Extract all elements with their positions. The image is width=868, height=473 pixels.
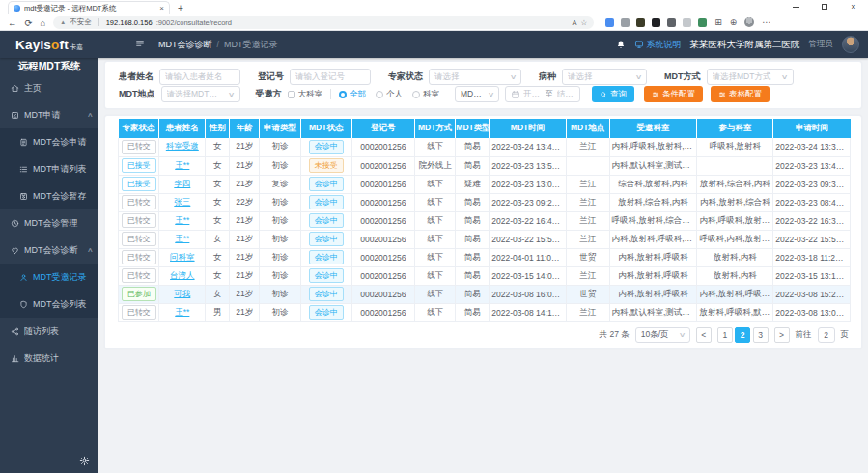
user-avatar[interactable] bbox=[842, 36, 859, 53]
browser-menu-icon[interactable]: ⋯ bbox=[762, 17, 770, 27]
reg-no-input[interactable]: 请输入登记号 bbox=[290, 69, 371, 85]
chevron-down-icon: ∨ bbox=[635, 73, 643, 81]
bigdept-checkbox-label[interactable]: 大科室 bbox=[298, 89, 323, 100]
system-help-link[interactable]: 系统说明 bbox=[634, 39, 682, 51]
mdt-location-cell: 兰江 bbox=[566, 193, 609, 211]
invitee-radio-dept-label[interactable]: 科室 bbox=[423, 89, 439, 100]
window-minimize-icon[interactable] bbox=[781, 0, 810, 14]
reload-icon[interactable]: ⟳ bbox=[25, 17, 33, 28]
column-header: 年龄 bbox=[230, 119, 260, 138]
page-button-2[interactable]: 2 bbox=[735, 327, 750, 343]
patient-name-link[interactable]: 王** bbox=[175, 160, 189, 170]
page-size-select[interactable]: 10条/页 ∨ bbox=[635, 327, 690, 343]
expert-status-select[interactable]: 请选择∨ bbox=[429, 69, 521, 85]
sidebar-item-mdt-apply-list[interactable]: MDT申请列表 bbox=[0, 155, 98, 182]
split-screen-icon[interactable]: ⊞ bbox=[714, 17, 722, 27]
window-close-icon[interactable]: × bbox=[839, 0, 868, 14]
search-button[interactable]: 查询 bbox=[592, 86, 634, 102]
patient-name-link[interactable]: 王** bbox=[175, 215, 189, 225]
back-icon[interactable]: ← bbox=[8, 17, 17, 28]
mdt-time-select[interactable]: MDT时间∨ bbox=[455, 86, 499, 102]
page-button-1[interactable]: 1 bbox=[717, 327, 733, 343]
page-button-3[interactable]: 3 bbox=[753, 327, 769, 343]
mdt-mode-cell: 院外线上 bbox=[414, 156, 455, 175]
sidebar-item-mdt-consult-draft[interactable]: MDT会诊暂存 bbox=[0, 182, 98, 209]
extension-icon-black[interactable] bbox=[652, 18, 660, 27]
window-maximize-icon[interactable] bbox=[810, 0, 839, 14]
joined-depts-cell: 内科,呼吸科,放射科,综合科 bbox=[697, 211, 773, 230]
bell-icon[interactable] bbox=[616, 40, 626, 49]
sidebar-item-mdt-consult-apply[interactable]: MDT会诊申请 bbox=[0, 128, 98, 155]
extension-icon-light[interactable] bbox=[683, 18, 691, 27]
sidebar-item-mdt-consult-manage[interactable]: MDT会诊管理 bbox=[0, 209, 98, 236]
mdt-type-cell: 疑难 bbox=[456, 175, 490, 193]
prev-page-button[interactable]: < bbox=[696, 327, 712, 343]
search-icon bbox=[600, 91, 607, 98]
new-tab-button[interactable]: + bbox=[178, 3, 183, 14]
extension-icon-blue[interactable] bbox=[605, 18, 614, 27]
disease-select[interactable]: 请选择∨ bbox=[562, 69, 647, 85]
sidebar: 远程MDT系统 主页MDT申请∧MDT会诊申请MDT申请列表MDT会诊暂存MDT… bbox=[0, 58, 98, 473]
reg-no-cell: 0002001256 bbox=[351, 248, 414, 266]
patient-name-link[interactable]: 张三 bbox=[174, 197, 190, 207]
tab-close-icon[interactable]: × bbox=[159, 5, 164, 13]
extension-icon-gray[interactable] bbox=[621, 18, 630, 27]
mdt-mode-cell: 线下 bbox=[414, 175, 455, 193]
sidebar-item-mdt-invite-record[interactable]: MDT受邀记录 bbox=[0, 264, 98, 291]
condition-config-button[interactable]: 条件配置 bbox=[644, 86, 703, 102]
browser-profile-avatar[interactable] bbox=[744, 17, 754, 27]
gender-cell: 女 bbox=[206, 285, 230, 303]
patient-name-link[interactable]: 李四 bbox=[174, 179, 190, 188]
sidebar-item-followup-list[interactable]: 随访列表 bbox=[0, 318, 98, 345]
mdt-time-cell: 2022-03-15 14:00:00 bbox=[490, 266, 567, 285]
goto-page-input[interactable]: 2 bbox=[818, 327, 835, 343]
patient-name-link[interactable]: 可我 bbox=[174, 289, 190, 298]
address-input[interactable]: ▲ 不安全 192.168.0.156 :9002/consultate/rec… bbox=[53, 16, 594, 29]
gear-icon[interactable] bbox=[79, 456, 90, 466]
invitee-radio-all-label[interactable]: 全部 bbox=[350, 89, 366, 100]
patient-name-link[interactable]: 台湾人 bbox=[170, 270, 195, 280]
favorites-star-icon[interactable]: ☆ bbox=[580, 18, 587, 27]
sidebar-item-data-stats[interactable]: 数据统计 bbox=[0, 345, 98, 372]
tab-title: mdt受邀记录 - 远程MDT系统 bbox=[24, 4, 155, 14]
mdt-type-cell: 简易 bbox=[456, 266, 490, 285]
patient-name-link[interactable]: 王** bbox=[175, 307, 189, 317]
patient-name-input[interactable]: 请输入患者姓名 bbox=[159, 69, 240, 85]
bigdept-checkbox[interactable] bbox=[288, 91, 295, 98]
sidebar-item-mdt-apply[interactable]: MDT申请∧ bbox=[0, 101, 98, 128]
gender-cell: 女 bbox=[206, 138, 230, 156]
sidebar-collapse-icon[interactable] bbox=[135, 39, 147, 50]
invitee-radio-all[interactable] bbox=[339, 91, 347, 98]
table-config-button[interactable]: 表格配置 bbox=[711, 86, 770, 102]
next-page-button[interactable]: > bbox=[774, 327, 790, 343]
table-row: 已转交问科室女21岁初诊会诊中0002001256线下简易2022-04-01 … bbox=[119, 248, 851, 266]
chevron-down-icon: ∨ bbox=[228, 91, 236, 98]
browser-home-icon[interactable]: ⌂ bbox=[40, 17, 45, 28]
mdt-location-select[interactable]: 请选择MDT地点∨ bbox=[161, 86, 240, 102]
collections-icon[interactable]: ⊕ bbox=[730, 17, 738, 27]
extension-icon-slate[interactable] bbox=[667, 18, 676, 27]
invitee-radio-personal[interactable] bbox=[376, 91, 383, 98]
mdt-mode-select[interactable]: 请选择MDT方式∨ bbox=[707, 69, 794, 85]
extension-icon-dark-yellow[interactable] bbox=[636, 18, 645, 27]
browser-address-bar: ← ⟳ ⌂ ▲ 不安全 192.168.0.156 :9002/consulta… bbox=[0, 14, 868, 31]
sidebar-item-mdt-consult-diagnose[interactable]: MDT会诊诊断∧ bbox=[0, 236, 98, 264]
visit-type-cell: 初诊 bbox=[260, 303, 300, 321]
patient-name-link[interactable]: 科室受邀 bbox=[166, 141, 199, 151]
table-row: 已转交张三女22岁初诊会诊中0002001256线下简易2022-03-23 0… bbox=[119, 193, 851, 211]
invitee-radio-personal-label[interactable]: 个人 bbox=[386, 89, 403, 100]
expert-status-badge: 已转交 bbox=[122, 268, 156, 283]
patient-name-link[interactable]: 王** bbox=[175, 234, 189, 243]
sidebar-item-home[interactable]: 主页 bbox=[0, 74, 98, 101]
extension-icon-green[interactable] bbox=[698, 18, 707, 27]
pagination-total: 共 27 条 bbox=[600, 329, 630, 341]
invitee-radio-dept[interactable] bbox=[412, 91, 420, 98]
sidebar-item-mdt-consult-list[interactable]: MDT会诊列表 bbox=[0, 291, 98, 318]
expert-status-badge: 已转交 bbox=[122, 232, 156, 246]
patient-name-link[interactable]: 问科室 bbox=[170, 252, 195, 262]
read-aloud-icon[interactable]: A bbox=[572, 18, 576, 27]
browser-tab[interactable]: mdt受邀记录 - 远程MDT系统 × bbox=[8, 1, 170, 14]
joined-depts-cell: 内科,放射科,呼吸科,测试科室 bbox=[697, 285, 773, 303]
date-range-input[interactable]: 开始日期 至 结束日期 bbox=[505, 86, 580, 102]
share-icon bbox=[11, 327, 19, 336]
